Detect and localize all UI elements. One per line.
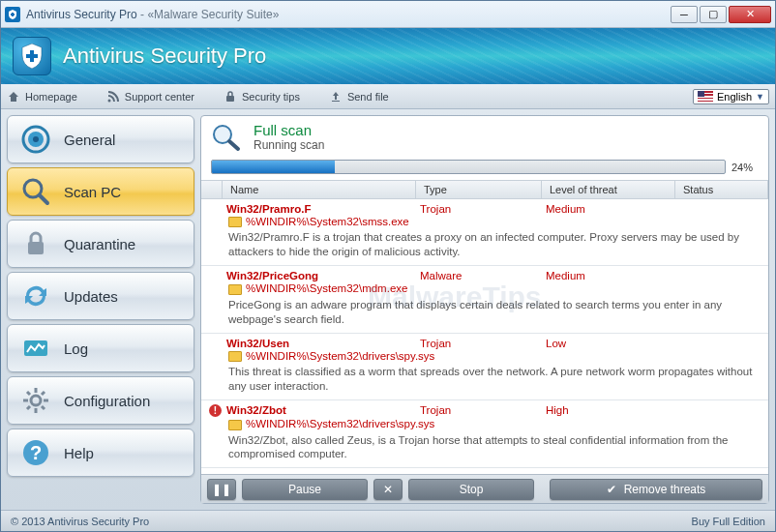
pause-icon-button[interactable]: ❚❚	[207, 479, 236, 500]
col-name[interactable]: Name	[223, 181, 416, 198]
threat-description: Win32/Pramro.F is a trojan that creates …	[209, 228, 761, 261]
homepage-link[interactable]: Homepage	[7, 90, 77, 103]
svg-line-23	[229, 141, 238, 149]
folder-icon	[228, 351, 242, 362]
folder-icon	[228, 420, 242, 430]
threat-level: Medium	[546, 270, 585, 281]
threat-type: Trojan	[420, 203, 546, 215]
alert-icon: !	[209, 404, 222, 417]
threat-item[interactable]: Win32/PriceGongMalwareMedium%WINDIR%\Sys…	[201, 266, 768, 333]
svg-line-8	[40, 195, 47, 203]
minimize-button[interactable]: ─	[671, 6, 698, 23]
app-icon	[5, 7, 20, 22]
maximize-button[interactable]: ▢	[700, 6, 727, 23]
sidebar-item-help[interactable]: ? Help	[7, 429, 194, 477]
threat-name: Win32/Pramro.F	[226, 203, 420, 215]
threat-name: Win32/PriceGong	[226, 270, 420, 281]
window-title: Antivirus Security Pro - «Malware Securi…	[26, 8, 671, 21]
threat-level: Medium	[546, 203, 585, 215]
stop-icon-button[interactable]: ✕	[373, 479, 403, 500]
svg-line-16	[27, 392, 30, 395]
copyright: © 2013 Antivirus Security Pro	[11, 516, 149, 527]
nav-label: Scan PC	[64, 184, 121, 200]
language-selector[interactable]: English ▼	[693, 89, 769, 104]
col-type[interactable]: Type	[416, 181, 542, 198]
svg-point-6	[33, 136, 39, 142]
threat-type: Trojan	[420, 338, 546, 349]
svg-line-17	[42, 406, 45, 409]
svg-point-11	[31, 396, 41, 405]
threat-path: %WINDIR%\System32\drivers\spy.sys	[209, 350, 761, 362]
main-panel: Full scan Running scan 24% Name Type Lev…	[200, 115, 769, 504]
nav-label: Configuration	[64, 393, 150, 409]
threat-path: %WINDIR%\System32\smss.exe	[209, 216, 761, 227]
toolbar: Homepage Support center Security tips Se…	[1, 84, 775, 109]
threat-description: Win32/Zbot, also called Zeus, is a Troja…	[209, 431, 761, 464]
svg-rect-3	[226, 96, 234, 102]
sidebar-item-quarantine[interactable]: Quarantine	[7, 220, 194, 268]
general-icon	[19, 123, 52, 156]
col-status[interactable]: Status	[675, 181, 768, 198]
magnifier-icon	[211, 123, 244, 152]
threat-type: Trojan	[420, 404, 546, 417]
home-icon	[7, 90, 20, 103]
sidebar-item-updates[interactable]: Updates	[7, 272, 194, 320]
action-bar: ❚❚ Pause ✕ Stop ✔Remove threats	[201, 474, 768, 503]
folder-icon	[228, 217, 242, 227]
log-icon	[19, 332, 52, 365]
check-icon: ✔	[607, 483, 616, 496]
sidebar-item-general[interactable]: General	[7, 115, 194, 163]
svg-text:?: ?	[30, 442, 42, 463]
security-tips-link[interactable]: Security tips	[224, 90, 300, 103]
scan-title: Full scan	[254, 122, 324, 138]
folder-icon	[228, 284, 242, 295]
scan-status: Running scan	[254, 138, 324, 152]
threat-description: This threat is classified as a worm that…	[209, 363, 761, 396]
threat-description: PriceGong is an adware program that disp…	[209, 296, 761, 329]
help-icon: ?	[19, 436, 52, 469]
svg-rect-9	[28, 242, 44, 254]
flag-icon	[698, 91, 713, 102]
threats-list: Win32/Pramro.FTrojanMedium%WINDIR%\Syste…	[201, 199, 768, 474]
threat-level: Low	[546, 338, 566, 349]
progress-bar	[211, 160, 726, 174]
threat-path: %WINDIR%\System32\drivers\spy.sys	[209, 418, 761, 429]
col-level[interactable]: Level of threat	[542, 181, 675, 198]
sidebar-item-configuration[interactable]: Configuration	[7, 376, 194, 425]
scan-icon	[19, 175, 52, 208]
threat-item[interactable]: Win32/Pramro.FTrojanMedium%WINDIR%\Syste…	[201, 199, 768, 266]
window-titlebar: Antivirus Security Pro - «Malware Securi…	[1, 1, 775, 28]
progress-percent: 24%	[731, 162, 759, 173]
nav-label: General	[64, 132, 115, 148]
svg-rect-1	[26, 54, 38, 58]
column-headers: Name Type Level of threat Status	[201, 180, 768, 199]
sidebar-item-log[interactable]: Log	[7, 324, 194, 372]
upload-icon	[329, 90, 343, 103]
threat-level: High	[546, 404, 569, 417]
updates-icon	[19, 280, 52, 312]
threat-path: %WINDIR%\System32\mdm.exe	[209, 282, 761, 294]
lock-icon	[224, 90, 237, 103]
threat-item[interactable]: Win32/UsenTrojanLow%WINDIR%\System32\dri…	[201, 334, 768, 400]
close-button[interactable]: ✕	[729, 6, 771, 23]
sidebar-item-scan[interactable]: Scan PC	[7, 167, 194, 216]
pause-button[interactable]: Pause	[242, 479, 368, 500]
sidebar: General Scan PC Quarantine Updates Log C…	[1, 109, 200, 510]
threat-name: Win32/Usen	[226, 338, 420, 349]
banner-title: Antivirus Security Pro	[63, 44, 266, 69]
buy-full-edition-link[interactable]: Buy Full Edition	[692, 516, 765, 527]
remove-threats-button[interactable]: ✔Remove threats	[550, 479, 762, 500]
chevron-down-icon: ▼	[756, 92, 764, 102]
nav-label: Updates	[64, 288, 118, 305]
threat-item[interactable]: !Win32/ZbotTrojanHigh%WINDIR%\System32\d…	[201, 400, 768, 468]
nav-label: Quarantine	[64, 236, 135, 252]
nav-label: Help	[64, 445, 94, 461]
svg-point-2	[107, 99, 110, 102]
quarantine-icon	[19, 227, 52, 260]
threat-name: Win32/Zbot	[226, 404, 420, 417]
send-file-link[interactable]: Send file	[329, 90, 389, 103]
svg-line-19	[42, 392, 45, 395]
support-link[interactable]: Support center	[106, 90, 194, 103]
statusbar: © 2013 Antivirus Security Pro Buy Full E…	[1, 510, 775, 531]
stop-button[interactable]: Stop	[408, 479, 534, 500]
